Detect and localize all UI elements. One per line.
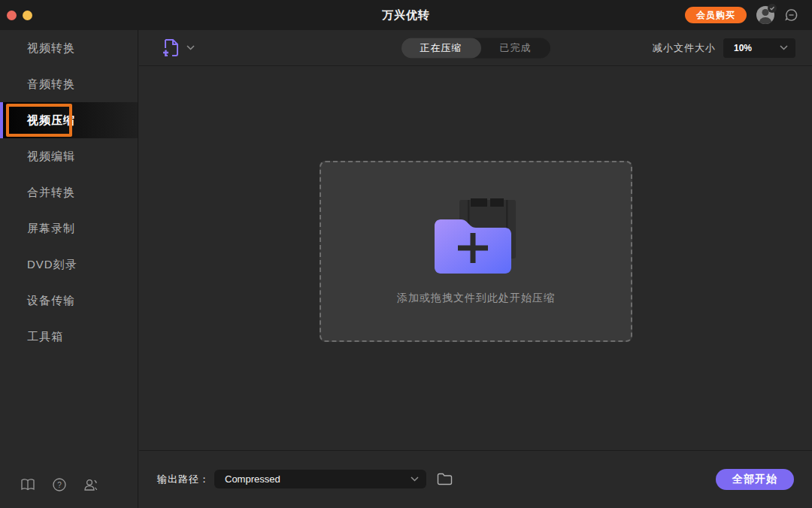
tab-compressing[interactable]: 正在压缩 — [401, 38, 481, 58]
sidebar-item-toolbox[interactable]: 工具箱 — [0, 319, 138, 355]
chevron-down-icon — [186, 45, 195, 50]
account-status-badge-icon — [768, 4, 777, 13]
main-panel: 正在压缩 已完成 减小文件大小 10% — [139, 30, 812, 508]
minimize-window-button[interactable] — [23, 11, 32, 20]
reduce-size-group: 减小文件大小 10% — [653, 38, 812, 58]
compress-status-tabs: 正在压缩 已完成 — [401, 38, 550, 58]
dropzone-hint-text: 添加或拖拽文件到此处开始压缩 — [397, 292, 555, 305]
app-title: 万兴优转 — [382, 8, 430, 23]
output-path-label: 输出路径： — [157, 473, 210, 486]
content-area: 添加或拖拽文件到此处开始压缩 — [139, 66, 812, 450]
feedback-message-icon[interactable] — [784, 8, 798, 23]
sidebar-footer: ? — [0, 461, 138, 508]
titlebar-actions: 会员购买 — [685, 6, 812, 24]
add-file-icon — [162, 38, 180, 58]
sidebar-item-screen-record[interactable]: 屏幕录制 — [0, 210, 138, 246]
open-folder-icon[interactable] — [437, 473, 453, 485]
sidebar-item-video-compress[interactable]: 视频压缩 — [0, 102, 138, 138]
user-guide-book-icon[interactable] — [20, 478, 35, 492]
file-dropzone[interactable]: 添加或拖拽文件到此处开始压缩 — [320, 161, 632, 342]
add-file-button[interactable] — [162, 38, 195, 58]
account-avatar[interactable] — [756, 6, 774, 24]
active-indicator-bar — [0, 102, 3, 138]
sidebar-item-merge-convert[interactable]: 合并转换 — [0, 174, 138, 210]
reduce-size-value: 10% — [734, 43, 780, 53]
app-window: 万兴优转 会员购买 视频转换 — [0, 0, 812, 508]
window-controls — [0, 11, 32, 20]
sidebar-item-video-convert[interactable]: 视频转换 — [0, 30, 138, 66]
sidebar-item-video-edit[interactable]: 视频编辑 — [0, 138, 138, 174]
sidebar-item-device-transfer[interactable]: 设备传输 — [0, 283, 138, 319]
start-all-button[interactable]: 全部开始 — [716, 469, 794, 490]
close-window-button[interactable] — [7, 11, 17, 20]
reduce-size-label: 减小文件大小 — [653, 41, 716, 55]
titlebar: 万兴优转 会员购买 — [0, 0, 812, 30]
add-folder-illustration — [435, 198, 517, 274]
chevron-down-icon — [780, 45, 788, 50]
svg-text:?: ? — [57, 481, 62, 489]
sidebar: 视频转换 音频转换 视频压缩 视频编辑 合并转换 屏幕录制 DVD刻录 设备传输… — [0, 30, 138, 508]
help-icon[interactable]: ? — [52, 478, 66, 492]
chevron-down-icon — [411, 476, 419, 482]
sidebar-item-dvd-burn[interactable]: DVD刻录 — [0, 246, 138, 283]
sidebar-item-audio-convert[interactable]: 音频转换 — [0, 66, 138, 102]
buy-membership-button[interactable]: 会员购买 — [685, 7, 747, 23]
reduce-size-select[interactable]: 10% — [723, 38, 795, 58]
community-icon[interactable] — [83, 478, 98, 492]
output-path-select[interactable]: Compressed — [214, 470, 426, 488]
tab-completed[interactable]: 已完成 — [481, 38, 550, 58]
output-path-value: Compressed — [225, 473, 411, 485]
bottom-bar: 输出路径： Compressed 全部开始 — [139, 450, 812, 507]
toolbar: 正在压缩 已完成 减小文件大小 10% — [139, 30, 812, 66]
